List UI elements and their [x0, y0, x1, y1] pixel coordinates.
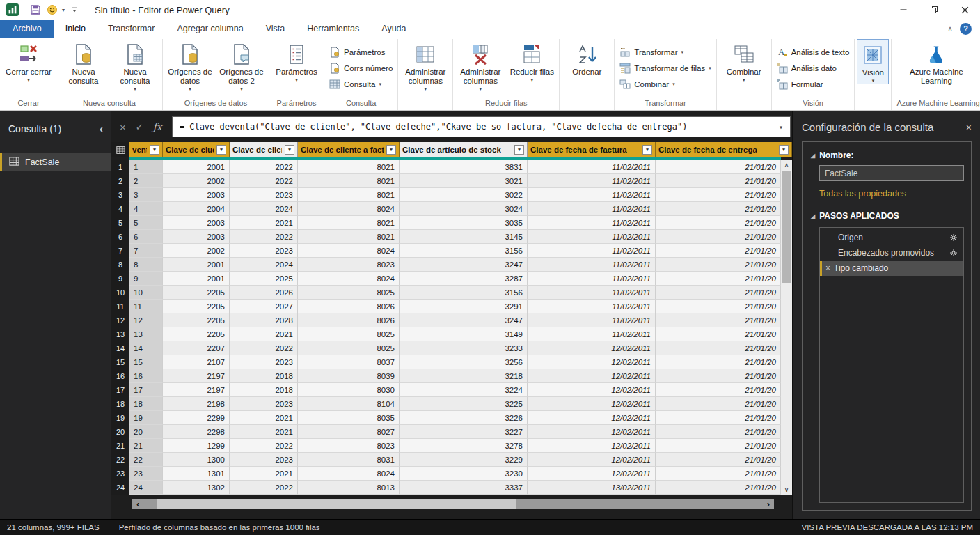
- row-number[interactable]: 8: [111, 258, 129, 272]
- table-cell[interactable]: 21/01/20: [656, 425, 781, 439]
- table-cell[interactable]: 21/01/20: [656, 467, 781, 481]
- table-cell[interactable]: 2197: [163, 383, 230, 397]
- table-cell[interactable]: 2021: [230, 411, 298, 425]
- table-cell[interactable]: 8030: [298, 383, 400, 397]
- table-cell[interactable]: 12/02/2011: [528, 411, 656, 425]
- scroll-up-icon[interactable]: ∧: [784, 160, 789, 170]
- ordenar-button[interactable]: Ordenar: [562, 39, 612, 77]
- scroll-down-icon[interactable]: ∨: [784, 485, 789, 495]
- step-settings-gear-icon[interactable]: [949, 233, 958, 242]
- table-cell[interactable]: 2107: [163, 355, 230, 369]
- table-cell[interactable]: 21/01/20: [656, 160, 781, 174]
- table-cell[interactable]: 21/01/20: [656, 341, 781, 355]
- origenes-de-datos-2-button[interactable]: Orígenes de datos 2▾: [216, 39, 267, 92]
- table-cell[interactable]: 3247: [400, 313, 528, 327]
- administrar-columnas-button[interactable]: Administrar columnas▾: [455, 39, 505, 92]
- row-number[interactable]: 5: [111, 216, 129, 230]
- table-cell[interactable]: 2022: [230, 230, 298, 244]
- column-header-clave-de-fecha-de-entrega[interactable]: Clave de fecha de entrega▾: [656, 142, 792, 157]
- feedback-smiley-icon[interactable]: [44, 1, 61, 18]
- smiley-dropdown-caret-icon[interactable]: ▾: [62, 7, 65, 13]
- table-cell[interactable]: 21/01/20: [656, 313, 781, 327]
- table-cell[interactable]: 11/02/2011: [528, 244, 656, 258]
- table-cell[interactable]: 8024: [298, 467, 400, 481]
- table-cell[interactable]: 3233: [400, 341, 528, 355]
- row-number[interactable]: 7: [111, 244, 129, 258]
- table-cell[interactable]: 2022: [230, 174, 298, 188]
- table-cell[interactable]: 2022: [230, 160, 298, 174]
- table-cell[interactable]: 21/01/20: [656, 481, 781, 495]
- row-number[interactable]: 23: [111, 467, 129, 481]
- collapse-triangle-icon[interactable]: ◢: [811, 153, 815, 159]
- table-cell[interactable]: 11/02/2011: [528, 230, 656, 244]
- tab-ayuda[interactable]: Ayuda: [370, 20, 417, 38]
- table-cell[interactable]: 2028: [230, 313, 298, 327]
- table-cell[interactable]: 3287: [400, 272, 528, 286]
- save-icon[interactable]: [27, 1, 44, 18]
- column-header-clave-de-cliente[interactable]: Clave de cliente▾: [230, 142, 298, 157]
- table-cell[interactable]: 23: [129, 467, 163, 481]
- table-cell[interactable]: 12/02/2011: [528, 341, 656, 355]
- table-cell[interactable]: 2002: [163, 174, 230, 188]
- table-cell[interactable]: 21/01/20: [656, 327, 781, 341]
- analisis-dato-button[interactable]: Análisis dato: [774, 61, 853, 75]
- table-cell[interactable]: 21/01/20: [656, 369, 781, 383]
- row-number[interactable]: 13: [111, 327, 129, 341]
- table-cell[interactable]: 8024: [298, 272, 400, 286]
- formula-input[interactable]: = Clave deventa("Clave de cliente", "Cla…: [172, 116, 791, 137]
- table-cell[interactable]: 2205: [163, 286, 230, 300]
- row-number[interactable]: 10: [111, 286, 129, 300]
- filter-dropdown-icon[interactable]: ▾: [642, 145, 652, 155]
- table-cell[interactable]: 3035: [400, 216, 528, 230]
- row-number[interactable]: 24: [111, 481, 129, 495]
- table-cell[interactable]: 21/01/20: [656, 286, 781, 300]
- administrar-columnas-button[interactable]: Administrar columnas▾: [400, 39, 450, 92]
- table-cell[interactable]: 21/01/20: [656, 355, 781, 369]
- scroll-right-icon[interactable]: ›: [763, 499, 774, 509]
- table-cell[interactable]: 2018: [230, 383, 298, 397]
- table-cell[interactable]: 2299: [163, 411, 230, 425]
- table-cell[interactable]: 21/01/20: [656, 188, 781, 202]
- table-cell[interactable]: 2002: [163, 244, 230, 258]
- table-cell[interactable]: 8025: [298, 286, 400, 300]
- table-cell[interactable]: 12/02/2011: [528, 439, 656, 453]
- table-cell[interactable]: 2001: [163, 160, 230, 174]
- table-cell[interactable]: 11/02/2011: [528, 313, 656, 327]
- table-cell[interactable]: 2003: [163, 216, 230, 230]
- table-cell[interactable]: 2198: [163, 397, 230, 411]
- table-cell[interactable]: 2023: [230, 188, 298, 202]
- row-number[interactable]: 11: [111, 300, 129, 313]
- table-cell[interactable]: 3337: [400, 481, 528, 495]
- vertical-scrollbar[interactable]: ∧ ∨: [781, 160, 792, 495]
- table-cell[interactable]: 8021: [298, 174, 400, 188]
- filter-dropdown-icon[interactable]: ▾: [386, 145, 396, 155]
- close-panel-icon[interactable]: ×: [966, 122, 972, 133]
- table-cell[interactable]: 11/02/2011: [528, 258, 656, 272]
- table-cell[interactable]: 11/02/2011: [528, 327, 656, 341]
- table-cell[interactable]: 21/01/20: [656, 383, 781, 397]
- table-cell[interactable]: 12/02/2011: [528, 453, 656, 467]
- table-cell[interactable]: 8023: [298, 258, 400, 272]
- table-cell[interactable]: 21/01/20: [656, 272, 781, 286]
- applied-step-origen[interactable]: Origen: [820, 230, 963, 245]
- combinar-button[interactable]: Combinar▾: [617, 77, 713, 91]
- filter-dropdown-icon[interactable]: ▾: [150, 145, 159, 155]
- table-cell[interactable]: 8024: [298, 244, 400, 258]
- filter-dropdown-icon[interactable]: ▾: [514, 145, 524, 155]
- table-cell[interactable]: 3218: [400, 369, 528, 383]
- tab-vista[interactable]: Vista: [255, 20, 297, 38]
- combinar-button[interactable]: Combinar▾: [719, 39, 769, 83]
- minimize-button[interactable]: [888, 0, 919, 20]
- table-cell[interactable]: 8021: [298, 160, 400, 174]
- table-cell[interactable]: 11/02/2011: [528, 216, 656, 230]
- table-cell[interactable]: 21/01/20: [656, 216, 781, 230]
- table-cell[interactable]: 2021: [230, 216, 298, 230]
- table-cell[interactable]: 7: [129, 244, 163, 258]
- table-cell[interactable]: 3225: [400, 397, 528, 411]
- column-header-venta[interactable]: venta▾: [129, 142, 163, 157]
- table-cell[interactable]: 2024: [230, 202, 298, 216]
- table-cell[interactable]: 11/02/2011: [528, 160, 656, 174]
- filter-dropdown-icon[interactable]: ▾: [779, 145, 789, 155]
- table-cell[interactable]: 2024: [230, 258, 298, 272]
- table-cell[interactable]: 4: [129, 202, 163, 216]
